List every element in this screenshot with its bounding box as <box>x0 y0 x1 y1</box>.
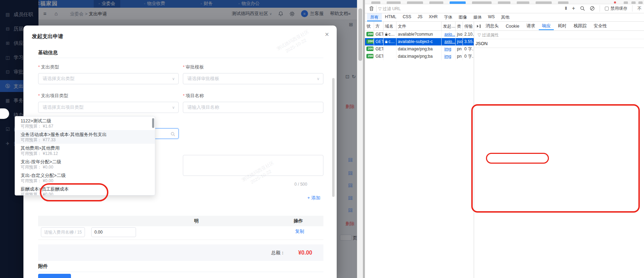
network-request-row[interactable]: 200GETdata:image/png;baimgpn0 字…7.4 <box>365 53 474 60</box>
copy-row-link[interactable]: 复制 <box>295 228 304 235</box>
dropdown-option[interactable]: 1122>测试二级可用预算： ¥1.67 <box>15 116 155 130</box>
dropdown-option[interactable]: 薪酬成本>员工薪酬成本可用预算： ¥0.00 <box>15 185 155 195</box>
option-name: 其他费用>其他费用 <box>21 145 155 151</box>
dropdown-option[interactable]: 业务活动成本>服务成本-其他服务外包支出可用预算： ¥77.33 <box>15 130 155 144</box>
option-name: 支出-按年分配>二级 <box>21 159 155 165</box>
column-header[interactable]: 传输 <box>463 22 474 30</box>
chevron-down-icon: ∨ <box>317 73 320 84</box>
dropdown-option[interactable]: 其他费用>其他费用可用预算： ¥126.12 <box>15 144 155 157</box>
column-header[interactable]: 方 <box>374 22 384 30</box>
chevron-down-icon: ∨ <box>172 102 175 113</box>
network-table-header: 状方域名文件发起…类传输大 <box>365 22 474 31</box>
detail-tab-消息头[interactable]: 消息头 <box>482 22 502 30</box>
add-fee-link[interactable]: + 添加 <box>307 195 320 201</box>
search-icon <box>171 132 175 136</box>
throttling-select-fragment[interactable]: 不 <box>637 6 642 12</box>
devtools-tabbar-sliver <box>365 0 644 4</box>
filter-url-input[interactable]: ▽ 过滤 URL <box>378 6 401 12</box>
option-name: 支出-自定义分配>二级 <box>21 172 155 178</box>
dropdown-scrollbar-thumb[interactable] <box>152 118 154 128</box>
filter-tab-CSS[interactable]: CSS <box>400 13 415 21</box>
close-icon[interactable]: × <box>325 30 329 38</box>
total-label: 总额： <box>271 244 285 261</box>
filter-tab-字体[interactable]: 字体 <box>441 13 456 21</box>
option-available-budget: 可用预算： ¥1.67 <box>21 124 155 129</box>
request-detail-pane: 消息头Cookie请求响应耗时栈跟踪安全性 ▽ 过滤属性 JSON <box>474 22 644 278</box>
detail-tab-安全性[interactable]: 安全性 <box>591 22 610 30</box>
block-request-icon[interactable] <box>590 6 595 11</box>
network-request-row[interactable]: 200GETc…available-subject-caxio…jso3.55…… <box>365 38 474 45</box>
detail-tab-请求[interactable]: 请求 <box>523 22 538 30</box>
fee-table-row: 请输入费用名称 0 / 15 0.00 复制 <box>38 227 323 240</box>
project-type-label: *支出项目类型 <box>38 93 68 99</box>
scrollbar-thumb[interactable] <box>358 8 362 61</box>
filter-tab-其他[interactable]: 其他 <box>498 13 513 21</box>
dropdown-option[interactable]: 支出-按年分配>二级可用预算： ¥0.00 <box>15 157 155 171</box>
total-value: ¥0.00 <box>298 244 312 261</box>
initiator-link[interactable]: img <box>443 54 451 59</box>
total-band: 总额： ¥0.00 <box>38 244 323 261</box>
approval-template-label: *审批模板 <box>183 64 204 70</box>
column-header[interactable]: 状 <box>365 22 374 30</box>
search-icon[interactable] <box>580 6 585 11</box>
filter-properties-input[interactable]: ▽ 过滤属性 <box>474 31 644 39</box>
detail-tab-栈跟踪[interactable]: 栈跟踪 <box>570 22 590 30</box>
filter-tab-JS[interactable]: JS <box>414 13 425 21</box>
column-header[interactable]: 域名 <box>384 22 396 30</box>
project-name-label: *项目名称 <box>183 93 204 99</box>
fee-col-action: 操作 <box>294 216 303 226</box>
detail-tab-响应[interactable]: 响应 <box>539 22 554 30</box>
initiator-link[interactable]: axio… <box>443 32 456 37</box>
detail-tabs: 消息头Cookie请求响应耗时栈跟踪安全性 <box>474 22 644 31</box>
initiator-link[interactable]: axio… <box>443 39 456 44</box>
option-available-budget: 可用预算： ¥0.00 <box>21 178 155 184</box>
lock-icon <box>385 33 388 36</box>
status-badge: 200 <box>366 54 374 58</box>
description-counter: 0 / 500 <box>294 182 307 187</box>
filter-tab-所有[interactable]: 所有 <box>367 13 382 21</box>
option-available-budget: 可用预算： ¥126.12 <box>21 151 155 156</box>
detail-tab-耗时[interactable]: 耗时 <box>554 22 570 30</box>
column-header[interactable]: 发起… <box>442 22 456 30</box>
filter-tab-XHR[interactable]: XHR <box>425 13 441 21</box>
divider <box>38 272 323 272</box>
clear-requests-trash-icon[interactable] <box>369 6 374 11</box>
project-type-select[interactable]: 请选择支出项目类型∨ <box>38 102 179 113</box>
request-file: data:image/png;ba <box>396 45 442 53</box>
disable-cache-checkbox[interactable]: 禁用缓存 <box>605 6 627 12</box>
request-file: available-subject-c <box>396 38 442 45</box>
funnel-icon: ▽ <box>478 33 481 37</box>
chevron-down-icon: ∨ <box>172 73 175 84</box>
filter-tab-HTML[interactable]: HTML <box>382 13 400 21</box>
fee-col-desc-fragment: 明 <box>194 216 199 226</box>
approval-template-select[interactable]: 请选择审批模板∨ <box>183 73 323 84</box>
fee-amount-input[interactable]: 0.00 <box>91 227 136 237</box>
option-available-budget: 可用预算： ¥0.00 <box>21 165 155 170</box>
modal-scrollbar-thumb[interactable] <box>332 78 335 197</box>
filter-tab-图像[interactable]: 图像 <box>456 13 470 21</box>
pause-traffic-icon[interactable]: ‖ <box>565 6 567 11</box>
initiator-link[interactable]: img <box>443 47 451 51</box>
json-section-header[interactable]: JSON <box>474 39 644 48</box>
filter-tab-媒体[interactable]: 媒体 <box>470 13 485 21</box>
sidebar-toggle-icon[interactable] <box>476 24 481 28</box>
upload-attachment-button[interactable] <box>38 274 71 278</box>
new-request-icon[interactable]: + <box>572 5 575 12</box>
network-request-row[interactable]: 200GETdata:image/png;baimgpn0 字…7.3 <box>365 45 474 53</box>
network-request-row[interactable]: 200GETc…available?communaxio…jso2.10…1.8 <box>365 31 474 38</box>
fee-table-header: 明 操作 <box>38 216 323 226</box>
browser-scrollbar[interactable] <box>357 0 363 278</box>
project-name-input[interactable]: 请输入项目名称 <box>183 102 323 113</box>
column-header[interactable]: 类 <box>456 22 463 30</box>
checkbox-icon <box>605 7 609 10</box>
section-basic-info: 基础信息 <box>38 50 58 56</box>
column-header[interactable]: 文件 <box>396 22 442 30</box>
description-textarea[interactable] <box>183 155 323 176</box>
expense-type-select[interactable]: 请选择支出类型∨ <box>38 73 179 84</box>
filter-tab-WS[interactable]: WS <box>485 13 498 21</box>
lock-icon <box>385 40 388 43</box>
dropdown-option[interactable]: 支出-自定义分配>二级可用预算： ¥0.00 <box>15 171 155 185</box>
option-name: 薪酬成本>员工薪酬成本 <box>21 186 155 192</box>
fee-name-input[interactable]: 请输入费用名称 0 / 15 <box>41 227 85 237</box>
detail-tab-Cookie[interactable]: Cookie <box>503 23 523 30</box>
